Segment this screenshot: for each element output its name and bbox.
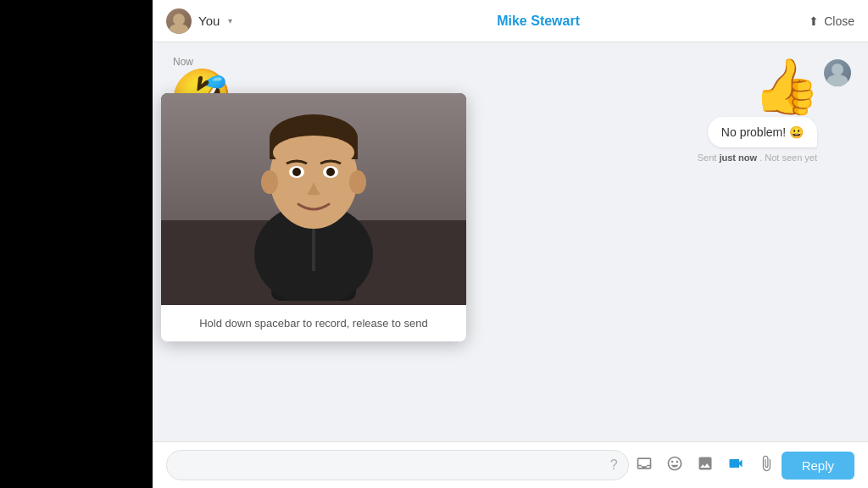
dropdown-arrow-icon[interactable]: ▾	[228, 16, 232, 25]
contact-name[interactable]: Mike Stewart	[497, 14, 580, 28]
header-left: You ▾	[166, 8, 268, 34]
image-svg	[697, 455, 714, 472]
video-frame	[161, 93, 466, 305]
svg-point-9	[292, 168, 301, 176]
you-label: You	[198, 14, 220, 28]
video-svg	[727, 455, 744, 472]
emoji-svg	[666, 455, 683, 472]
svg-point-13	[349, 170, 366, 194]
main-container: You ▾ Mike Stewart ⬆ Close Now 🤣 Sent fr…	[153, 0, 868, 488]
sent-status: Sent just now . Not seen yet	[698, 152, 817, 163]
video-popup: Hold down spacebar to record, release to…	[161, 93, 466, 341]
video-icon[interactable]	[727, 455, 744, 476]
attachment-icon[interactable]	[758, 455, 775, 476]
close-label: Close	[824, 14, 854, 28]
bubble-text: No problem! 😀	[721, 125, 804, 139]
inbox-icon[interactable]	[636, 455, 653, 476]
close-button[interactable]: ⬆ Close	[809, 14, 854, 28]
message-input[interactable]: ?	[166, 450, 629, 480]
svg-rect-2	[312, 229, 315, 271]
svg-point-7	[273, 136, 354, 169]
svg-point-12	[261, 170, 278, 194]
video-person	[161, 93, 466, 305]
help-icon[interactable]: ?	[610, 458, 618, 473]
contact-avatar	[824, 59, 851, 86]
header: You ▾ Mike Stewart ⬆ Close	[153, 0, 868, 42]
timestamp: Now	[173, 56, 193, 68]
close-icon: ⬆	[809, 14, 819, 28]
attachment-svg	[758, 455, 775, 472]
message-bubble: No problem! 😀	[708, 117, 817, 147]
toolbar-icons	[636, 455, 775, 476]
chat-area: Now 🤣 Sent from App , via Chrome , 1m ag…	[153, 42, 868, 441]
thumbs-up-emoji: 👍	[753, 59, 821, 114]
emoji-icon[interactable]	[666, 455, 683, 476]
video-caption-text: Hold down spacebar to record, release to…	[199, 317, 428, 330]
avatar	[166, 8, 192, 34]
person-svg	[229, 97, 398, 301]
bottom-toolbar: ?	[153, 441, 868, 488]
inbox-svg	[636, 455, 653, 472]
svg-point-11	[326, 168, 335, 176]
header-center: Mike Stewart	[268, 14, 809, 29]
video-caption: Hold down spacebar to record, release to…	[161, 305, 466, 341]
image-icon[interactable]	[697, 455, 714, 476]
message-right: 👍 No problem! 😀 Sent just now . Not seen…	[698, 59, 851, 163]
reply-button[interactable]: Reply	[782, 452, 854, 480]
